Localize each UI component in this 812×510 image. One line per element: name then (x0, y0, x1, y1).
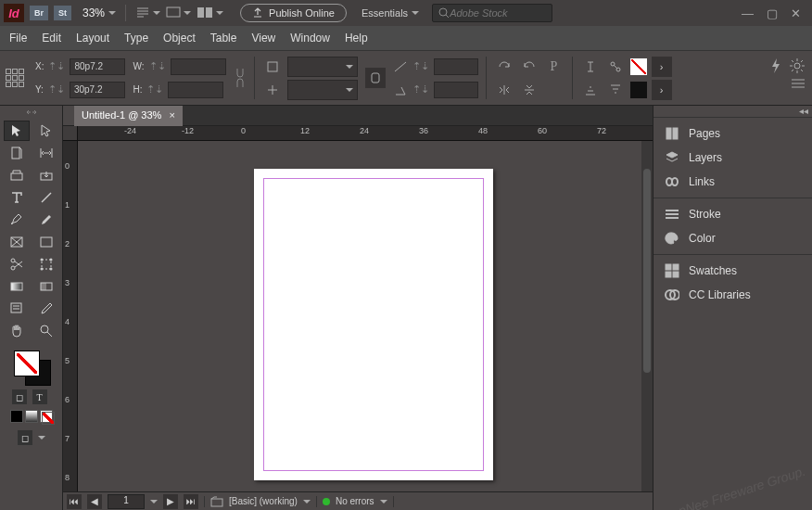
screen-mode-dropdown[interactable] (166, 6, 191, 19)
horizontal-ruler[interactable]: -24 -12 0 12 24 36 48 60 72 (78, 126, 653, 141)
panel-pages[interactable]: Pages (653, 121, 812, 146)
menu-edit[interactable]: Edit (42, 32, 61, 45)
panel-layers[interactable]: Layers (653, 146, 812, 170)
select-container-button[interactable] (580, 57, 601, 77)
flip-v-button[interactable] (519, 80, 539, 100)
workspace-dropdown[interactable]: Essentials (362, 7, 419, 19)
next-page-button[interactable]: ▶ (163, 494, 178, 509)
page-tool[interactable] (4, 143, 30, 163)
menu-object[interactable]: Object (163, 32, 196, 45)
fill-color-swatch[interactable] (14, 351, 40, 376)
y-field[interactable]: 30p7.2 (70, 82, 125, 98)
selection-tool[interactable] (4, 121, 30, 141)
shear-field[interactable] (434, 58, 478, 75)
h-field[interactable] (168, 82, 223, 98)
view-options-dropdown[interactable] (135, 6, 160, 19)
pen-tool[interactable] (4, 210, 30, 230)
panel-swatches[interactable]: Swatches (653, 259, 812, 283)
settings-icon[interactable] (790, 58, 805, 73)
page-number-field[interactable]: 1 (108, 494, 145, 509)
first-page-button[interactable]: ⏮ (67, 494, 82, 509)
note-tool[interactable] (4, 299, 30, 319)
apply-color-button[interactable] (10, 410, 23, 423)
view-mode-normal-button[interactable]: ◻ (18, 430, 32, 445)
adobe-stock-search[interactable] (432, 4, 552, 22)
gradient-feather-tool[interactable] (33, 276, 59, 297)
rectangle-frame-tool[interactable] (4, 232, 30, 252)
last-page-button[interactable]: ⏭ (184, 494, 198, 509)
gap-tool[interactable] (33, 143, 59, 163)
formatting-text-button[interactable]: T (32, 389, 47, 404)
vertical-ruler[interactable]: 0 1 2 3 4 5 6 7 8 (63, 141, 78, 491)
free-transform-tool[interactable] (33, 254, 59, 274)
open-icon[interactable] (210, 496, 223, 507)
prev-page-button[interactable]: ◀ (87, 494, 102, 509)
wrap-p-icon[interactable]: P (544, 57, 565, 77)
flip-h-button[interactable] (494, 80, 514, 100)
content-placer-tool[interactable] (33, 165, 59, 185)
menu-view[interactable]: View (251, 32, 275, 45)
type-tool[interactable] (4, 187, 30, 208)
arrange-dropdown[interactable] (197, 6, 223, 19)
menu-window[interactable]: Window (290, 32, 330, 45)
pencil-tool[interactable] (33, 210, 59, 230)
page[interactable] (254, 169, 493, 480)
rotate-cw-button[interactable] (494, 57, 514, 77)
zoom-level-dropdown[interactable]: 33% (82, 6, 116, 19)
link-icon[interactable] (365, 68, 386, 88)
menu-file[interactable]: File (9, 32, 27, 45)
stroke-swatch[interactable] (630, 82, 647, 98)
formatting-container-button[interactable]: ◻ (12, 389, 27, 404)
link-wh-icon[interactable] (234, 65, 247, 91)
close-button[interactable]: ✕ (791, 6, 801, 20)
rotate-ccw-button[interactable] (519, 57, 539, 77)
close-icon[interactable]: × (169, 109, 174, 121)
hand-tool[interactable] (4, 321, 30, 341)
select-prev-button[interactable] (580, 80, 601, 100)
eyedropper-tool[interactable] (33, 299, 59, 319)
direct-selection-tool[interactable] (33, 121, 59, 141)
rectangle-tool[interactable] (33, 232, 59, 252)
gradient-swatch-tool[interactable] (4, 276, 30, 297)
toolbox-collapse-button[interactable] (0, 108, 62, 117)
menu-type[interactable]: Type (124, 32, 148, 45)
zoom-tool[interactable] (33, 321, 59, 341)
publish-online-button[interactable]: Publish Online (240, 4, 347, 22)
scroll-thumb[interactable] (643, 169, 651, 373)
panel-collapse-button[interactable]: ◂◂ (653, 106, 812, 117)
menu-help[interactable]: Help (345, 32, 368, 45)
stroke-style-dropdown[interactable] (287, 80, 358, 100)
x-field[interactable]: 80p7.2 (70, 58, 125, 75)
stock-search-input[interactable] (450, 7, 542, 19)
document-tab[interactable]: Untitled-1 @ 33% × (74, 106, 183, 126)
content-collector-tool[interactable] (4, 165, 30, 185)
panel-stroke[interactable]: Stroke (653, 202, 812, 226)
stock-button[interactable]: St (54, 6, 71, 20)
next-button[interactable]: › (652, 57, 672, 77)
panel-menu-icon[interactable] (792, 79, 805, 88)
panel-cc-libraries[interactable]: CC Libraries (653, 283, 812, 307)
vertical-scrollbar[interactable] (641, 141, 653, 491)
fill-swatch[interactable] (630, 58, 647, 75)
maximize-button[interactable]: ▢ (767, 6, 778, 20)
menu-table[interactable]: Table (210, 32, 237, 45)
select-content-button[interactable] (605, 57, 626, 77)
select-next-button[interactable] (605, 80, 626, 100)
canvas[interactable] (78, 141, 641, 491)
rotate-field[interactable] (434, 82, 478, 98)
quick-apply-icon[interactable] (769, 58, 782, 73)
panel-links[interactable]: Links (653, 170, 812, 194)
menu-layout[interactable]: Layout (76, 32, 109, 45)
stroke-weight-dropdown[interactable] (287, 57, 358, 77)
apply-none-button[interactable] (40, 410, 53, 423)
fill-stroke-proxy[interactable] (14, 351, 51, 386)
next-button-2[interactable]: › (652, 80, 672, 100)
reference-point-grid[interactable] (6, 69, 28, 87)
panel-color[interactable]: Color (653, 226, 812, 250)
scissors-tool[interactable] (4, 254, 30, 274)
apply-gradient-button[interactable] (25, 410, 38, 423)
w-field[interactable] (171, 58, 226, 75)
line-tool[interactable] (33, 187, 59, 208)
ruler-origin[interactable] (63, 126, 78, 141)
minimize-button[interactable]: — (742, 6, 754, 20)
